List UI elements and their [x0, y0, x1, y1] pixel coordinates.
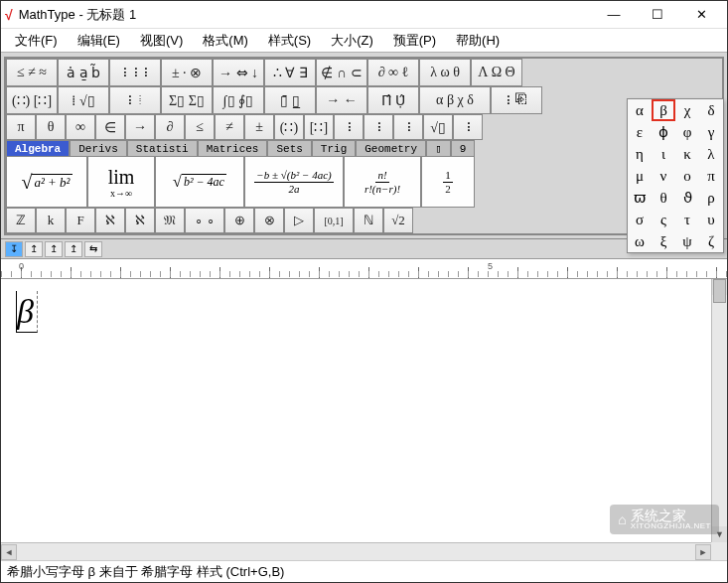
tmpl-frac1[interactable]: ⫶	[334, 114, 364, 140]
tab-derivs[interactable]: Derivs	[70, 140, 127, 156]
sym-interval[interactable]: [0,1]	[314, 208, 354, 233]
palette-products[interactable]: Π̂ Ụ̂	[367, 86, 419, 114]
close-button[interactable]: ✕	[679, 2, 723, 28]
tmpl-combination[interactable]: n! r!(n−r)!	[344, 156, 421, 208]
sym-pm[interactable]: ±	[244, 114, 274, 140]
tab-matrices[interactable]: Matrices	[198, 140, 268, 156]
sym-F[interactable]: F	[66, 208, 95, 233]
tmpl-sup[interactable]: ⫶	[453, 114, 483, 140]
menu-size[interactable]: 大小(Z)	[321, 30, 383, 52]
greek-alpha[interactable]: α	[628, 99, 652, 121]
greek-varpi[interactable]: ϖ	[628, 187, 652, 209]
tmpl-quadratic[interactable]: −b ± √(b² − 4ac) 2a	[244, 156, 344, 208]
palette-subsup[interactable]: ⫶ ⁞	[109, 86, 161, 114]
tmpl-sqrt[interactable]: √▯	[423, 114, 453, 140]
scrollbar-horizontal[interactable]: ◄ ►	[1, 542, 711, 560]
palette-operators[interactable]: ± ∙ ⊗	[161, 59, 213, 86]
sym-infty[interactable]: ∞	[66, 114, 95, 140]
greek-nu[interactable]: ν	[652, 165, 675, 187]
palette-arrows[interactable]: → ⇔ ↓	[213, 59, 264, 86]
sym-in[interactable]: ∈	[95, 114, 125, 140]
tab-statisti[interactable]: Statisti	[127, 140, 198, 156]
align-btn-4[interactable]: ↥	[65, 241, 82, 257]
tab-sets[interactable]: Sets	[267, 140, 311, 156]
menu-style[interactable]: 样式(S)	[258, 30, 321, 52]
sym-triangle[interactable]: ▷	[284, 208, 314, 233]
greek-lambda[interactable]: λ	[699, 143, 723, 165]
ruler[interactable]: 0 5	[1, 259, 727, 279]
palette-integrals[interactable]: ∫▯ ∮▯	[213, 86, 264, 114]
align-btn-1[interactable]: ↧	[5, 241, 23, 257]
greek-tau[interactable]: τ	[675, 209, 699, 230]
sym-gothic-m[interactable]: 𝔐	[155, 208, 185, 233]
sym-leq[interactable]: ≤	[185, 114, 215, 140]
palette-spaces[interactable]: ⫶ ⫶ ⫶	[109, 59, 161, 86]
align-btn-3[interactable]: ↥	[45, 241, 63, 257]
menu-view[interactable]: 视图(V)	[130, 30, 193, 52]
greek-mu[interactable]: μ	[628, 165, 652, 187]
greek-delta[interactable]: δ	[699, 99, 723, 121]
tab-9[interactable]: 9	[451, 140, 476, 156]
greek-rho[interactable]: ρ	[699, 187, 723, 209]
tab-algebra[interactable]: Algebra	[6, 140, 70, 156]
greek-xi[interactable]: ξ	[652, 230, 675, 252]
sym-partial[interactable]: ∂	[155, 114, 185, 140]
greek-varphi[interactable]: φ	[675, 121, 699, 143]
menu-file[interactable]: 文件(F)	[5, 30, 68, 52]
sym-aleph[interactable]: ℵ	[95, 208, 125, 233]
greek-varsigma[interactable]: ς	[652, 209, 675, 230]
equation-editor[interactable]: β ▲ ▼ ◄ ► ⌂ 系统之家 XITONGZHIJIA.NET	[1, 279, 727, 560]
sym-otimes[interactable]: ⊗	[254, 208, 284, 233]
sym-neq[interactable]: ≠	[215, 114, 244, 140]
greek-phi[interactable]: ϕ	[652, 121, 675, 143]
greek-vartheta[interactable]: ϑ	[675, 187, 699, 209]
greek-omega[interactable]: ω	[628, 230, 652, 252]
palette-greek-small[interactable]: α β χ δ	[419, 86, 491, 114]
tmpl-limit[interactable]: lim x→∞	[87, 156, 155, 208]
scroll-right-icon[interactable]: ►	[695, 544, 711, 560]
greek-gamma[interactable]: γ	[699, 121, 723, 143]
palette-misc[interactable]: ⫶ ⎘	[491, 86, 542, 114]
palette-fences[interactable]: (∷) [∷]	[6, 86, 58, 114]
sym-arrow[interactable]: →	[125, 114, 155, 140]
palette-label-arrows[interactable]: → ←	[316, 86, 367, 114]
palette-calc[interactable]: ∂ ∞ ℓ	[367, 59, 419, 86]
palette-set[interactable]: ∉ ∩ ⊂	[316, 59, 367, 86]
tmpl-brack[interactable]: [∷]	[304, 114, 334, 140]
tmpl-half[interactable]: 1 2	[421, 156, 475, 208]
palette-greek-lower[interactable]: λ ω θ	[419, 59, 471, 86]
greek-theta[interactable]: θ	[652, 187, 675, 209]
tmpl-paren[interactable]: (∷)	[274, 114, 304, 140]
tab-geometry[interactable]: Geometry	[356, 140, 426, 156]
greek-zeta[interactable]: ζ	[699, 230, 723, 252]
greek-upsilon[interactable]: υ	[699, 209, 723, 230]
greek-omicron[interactable]: ο	[675, 165, 699, 187]
maximize-button[interactable]: ☐	[636, 2, 679, 28]
greek-kappa[interactable]: κ	[675, 143, 699, 165]
sym-pi[interactable]: π	[6, 114, 36, 140]
sym-Z[interactable]: ℤ	[6, 208, 36, 233]
tmpl-frac2[interactable]: ⫶	[364, 114, 393, 140]
tmpl-discriminant[interactable]: √b² − 4ac	[155, 156, 244, 208]
align-btn-2[interactable]: ↥	[25, 241, 43, 257]
palette-logic[interactable]: ∴ ∀ ∃	[264, 59, 316, 86]
palette-relations[interactable]: ≤ ≠ ≈	[6, 59, 58, 86]
palette-greek-upper[interactable]: Λ Ω Θ	[471, 59, 522, 86]
tmpl-frac3[interactable]: ⫶	[393, 114, 423, 140]
sym-k[interactable]: k	[36, 208, 66, 233]
palette-radicals[interactable]: ⁞ √▯	[58, 86, 109, 114]
scroll-down-icon[interactable]: ▼	[712, 526, 727, 542]
scroll-thumb-v[interactable]	[713, 279, 726, 303]
greek-eta[interactable]: η	[628, 143, 652, 165]
sym-aleph2[interactable]: ℵ	[125, 208, 155, 233]
palette-accents[interactable]: ȧ a̱ b͂	[58, 59, 109, 86]
menu-help[interactable]: 帮助(H)	[446, 30, 510, 52]
scrollbar-vertical[interactable]: ▲ ▼	[711, 279, 727, 542]
sym-theta[interactable]: θ	[36, 114, 66, 140]
tab-trig[interactable]: Trig	[312, 140, 356, 156]
greek-beta[interactable]: β	[652, 99, 675, 121]
menu-edit[interactable]: 编辑(E)	[68, 30, 130, 52]
menu-prefs[interactable]: 预置(P)	[383, 30, 446, 52]
greek-pi[interactable]: π	[699, 165, 723, 187]
align-btn-5[interactable]: ⇆	[84, 241, 102, 257]
